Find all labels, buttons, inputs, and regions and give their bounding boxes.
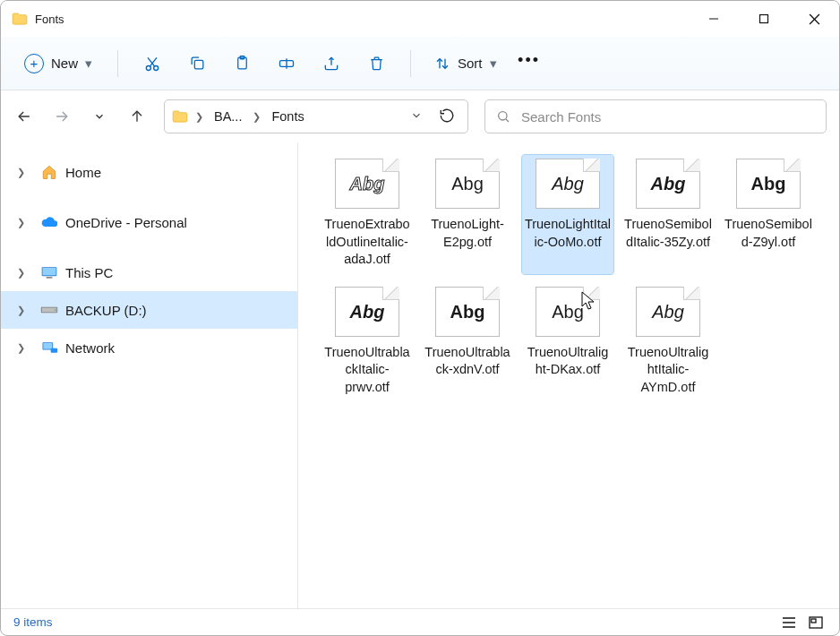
- file-name: TruenoUltralightItalic-AYmD.otf: [624, 344, 712, 397]
- abg-preview: Abg: [350, 303, 385, 321]
- file-item[interactable]: AbgTruenoLight-E2pg.otf: [422, 155, 513, 274]
- svg-rect-1: [760, 15, 768, 23]
- separator: [410, 50, 411, 77]
- file-item[interactable]: AbgTruenoSemiboldItalic-35Zy.otf: [622, 155, 714, 274]
- file-name: TruenoSemibold-Z9yl.otf: [724, 216, 812, 251]
- file-item[interactable]: AbgTruenoExtraboldOutlineItalic-adaJ.otf: [321, 155, 413, 274]
- font-thumbnail: Abg: [335, 287, 399, 337]
- file-item[interactable]: AbgTruenoUltralightItalic-AYmD.otf: [622, 283, 714, 402]
- up-button[interactable]: [126, 106, 148, 127]
- toolbar: + New ▾ Sort ▾ •••: [1, 37, 839, 90]
- cut-button[interactable]: [133, 46, 172, 82]
- drive-icon: [40, 302, 58, 318]
- sidebar-item-label: This PC: [65, 265, 113, 280]
- sidebar-item-cloud[interactable]: ❯OneDrive - Personal: [1, 203, 297, 241]
- icons-view-button[interactable]: [805, 613, 827, 632]
- window-title: Fonts: [35, 13, 64, 26]
- file-item[interactable]: AbgTruenoSemibold-Z9yl.otf: [723, 155, 814, 274]
- file-name: TruenoSemiboldItalic-35Zy.otf: [624, 216, 712, 251]
- home-icon: [40, 164, 58, 180]
- file-name: TruenoLightItalic-OoMo.otf: [524, 216, 612, 251]
- maximize-button[interactable]: [739, 1, 789, 37]
- svg-rect-8: [194, 60, 203, 69]
- content-pane[interactable]: AbgTruenoExtraboldOutlineItalic-adaJ.otf…: [298, 142, 839, 608]
- sidebar: ❯Home❯OneDrive - Personal❯This PC❯BACKUP…: [1, 142, 298, 608]
- chevron-right-icon: ❯: [17, 305, 28, 316]
- navigation-row: ❯ BA... ❯ Fonts: [1, 90, 839, 142]
- cloud-icon: [40, 214, 58, 230]
- abg-preview: Abg: [652, 303, 684, 321]
- chevron-down-icon[interactable]: [405, 109, 428, 125]
- search-box[interactable]: [484, 99, 827, 133]
- svg-line-15: [506, 119, 509, 122]
- file-name: TruenoUltrablack-xdnV.otf: [424, 344, 511, 379]
- file-item[interactable]: AbgTruenoUltrablackItalic-prwv.otf: [321, 283, 413, 402]
- file-name: TruenoExtraboldOutlineItalic-adaJ.otf: [323, 216, 411, 269]
- sort-button[interactable]: Sort ▾: [425, 50, 506, 77]
- sidebar-item-label: Network: [65, 340, 115, 356]
- font-thumbnail: Abg: [736, 159, 801, 209]
- new-button[interactable]: + New ▾: [13, 48, 103, 79]
- abg-preview: Abg: [552, 303, 584, 321]
- delete-button[interactable]: [356, 46, 396, 82]
- close-button[interactable]: [789, 1, 839, 37]
- forward-button[interactable]: [51, 106, 73, 127]
- sidebar-item-home[interactable]: ❯Home: [1, 153, 297, 191]
- abg-preview: Abg: [651, 175, 686, 193]
- chevron-down-icon: ▾: [85, 56, 92, 72]
- font-thumbnail: Abg: [536, 287, 600, 337]
- sort-label: Sort: [458, 56, 483, 71]
- body: ❯Home❯OneDrive - Personal❯This PC❯BACKUP…: [1, 142, 839, 608]
- folder-icon: [172, 110, 188, 123]
- refresh-button[interactable]: [433, 107, 460, 126]
- abg-preview: Abg: [552, 175, 584, 193]
- share-button[interactable]: [312, 46, 351, 82]
- sort-icon: [434, 56, 450, 72]
- svg-point-5: [154, 65, 159, 70]
- file-grid: AbgTruenoExtraboldOutlineItalic-adaJ.otf…: [321, 155, 823, 401]
- sidebar-item-pc[interactable]: ❯This PC: [1, 254, 297, 291]
- sidebar-item-drive[interactable]: ❯BACKUP (D:): [1, 291, 297, 329]
- svg-point-4: [146, 65, 150, 70]
- svg-point-14: [499, 112, 507, 120]
- folder-icon: [12, 13, 28, 25]
- details-view-button[interactable]: [778, 613, 800, 632]
- back-button[interactable]: [13, 106, 35, 127]
- abg-preview: Abg: [451, 175, 484, 193]
- font-thumbnail: Abg: [435, 287, 500, 337]
- font-thumbnail: Abg: [636, 287, 700, 337]
- rename-button[interactable]: [267, 46, 306, 82]
- svg-rect-24: [51, 348, 57, 353]
- file-name: TruenoUltrablackItalic-prwv.otf: [323, 344, 411, 397]
- plus-icon: +: [24, 54, 44, 73]
- search-input[interactable]: [521, 109, 815, 125]
- minimize-button[interactable]: [689, 1, 739, 37]
- breadcrumb-leaf[interactable]: Fonts: [268, 107, 307, 125]
- status-bar: 9 items: [1, 608, 839, 635]
- font-thumbnail: Abg: [536, 159, 600, 209]
- file-item[interactable]: AbgTruenoUltralight-DKax.otf: [522, 283, 613, 402]
- svg-rect-17: [43, 268, 56, 275]
- address-bar[interactable]: ❯ BA... ❯ Fonts: [164, 99, 468, 133]
- window-controls: [689, 1, 839, 37]
- paste-button[interactable]: [222, 46, 261, 82]
- breadcrumb-root[interactable]: BA...: [210, 107, 245, 125]
- recent-button[interactable]: [89, 106, 110, 127]
- file-name: TruenoUltralight-DKax.otf: [524, 344, 612, 379]
- search-icon: [496, 109, 510, 124]
- chevron-right-icon: ❯: [17, 217, 28, 228]
- abg-preview: Abg: [350, 175, 385, 193]
- explorer-window: Fonts + New ▾ Sort ▾ •••: [0, 0, 840, 636]
- svg-rect-18: [47, 277, 53, 279]
- sidebar-item-label: Home: [65, 165, 101, 180]
- sidebar-item-label: BACKUP (D:): [65, 303, 147, 318]
- sidebar-item-label: OneDrive - Personal: [65, 215, 187, 230]
- file-name: TruenoLight-E2pg.otf: [424, 216, 511, 251]
- file-item[interactable]: AbgTruenoLightItalic-OoMo.otf: [522, 155, 613, 274]
- file-item[interactable]: AbgTruenoUltrablack-xdnV.otf: [422, 283, 513, 402]
- copy-button[interactable]: [177, 46, 217, 82]
- title-bar: Fonts: [1, 1, 839, 37]
- more-button[interactable]: •••: [511, 46, 547, 82]
- sidebar-item-network[interactable]: ❯Network: [1, 329, 297, 366]
- chevron-right-icon: ❯: [17, 342, 28, 354]
